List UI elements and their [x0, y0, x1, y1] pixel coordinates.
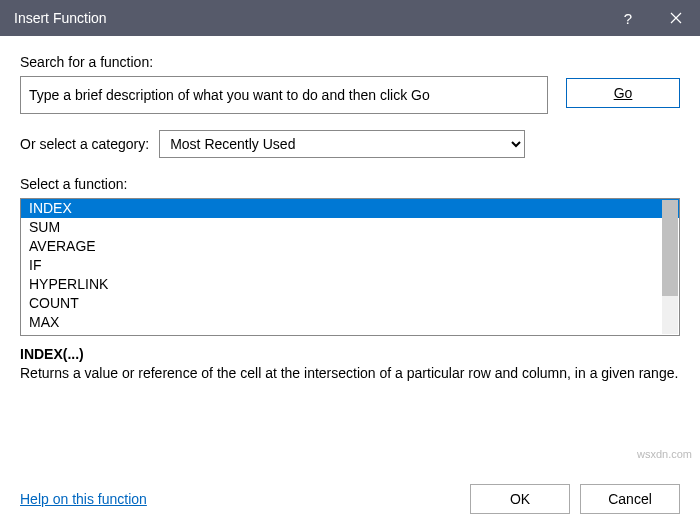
cancel-button[interactable]: Cancel — [580, 484, 680, 514]
list-item[interactable]: INDEX — [21, 199, 679, 218]
dialog-body: Search for a function: Go Or select a ca… — [0, 36, 700, 419]
function-list-label: Select a function: — [20, 176, 680, 192]
list-item[interactable]: COUNT — [21, 294, 679, 313]
list-item[interactable]: MAX — [21, 313, 679, 332]
scroll-thumb[interactable] — [662, 200, 678, 296]
ok-button[interactable]: OK — [470, 484, 570, 514]
list-item[interactable]: SUM — [21, 218, 679, 237]
go-button[interactable]: Go — [566, 78, 680, 108]
close-icon[interactable] — [652, 0, 700, 36]
scrollbar[interactable] — [662, 200, 678, 334]
function-signature: INDEX(...) — [20, 346, 680, 362]
search-label: Search for a function: — [20, 54, 680, 70]
function-description: Returns a value or reference of the cell… — [20, 364, 680, 383]
category-label: Or select a category: — [20, 136, 149, 152]
search-row: Go — [20, 76, 680, 114]
category-select[interactable]: Most Recently Used — [159, 130, 525, 158]
titlebar: Insert Function ? — [0, 0, 700, 36]
footer: Help on this function OK Cancel — [0, 484, 700, 514]
list-item[interactable]: AVERAGE — [21, 237, 679, 256]
help-link[interactable]: Help on this function — [20, 491, 460, 507]
category-row: Or select a category: Most Recently Used — [20, 130, 680, 158]
watermark: wsxdn.com — [637, 448, 692, 460]
function-listbox[interactable]: INDEXSUMAVERAGEIFHYPERLINKCOUNTMAX — [20, 198, 680, 336]
list-item[interactable]: HYPERLINK — [21, 275, 679, 294]
window-title: Insert Function — [14, 10, 604, 26]
search-input[interactable] — [20, 76, 548, 114]
list-item[interactable]: IF — [21, 256, 679, 275]
help-icon[interactable]: ? — [604, 0, 652, 36]
